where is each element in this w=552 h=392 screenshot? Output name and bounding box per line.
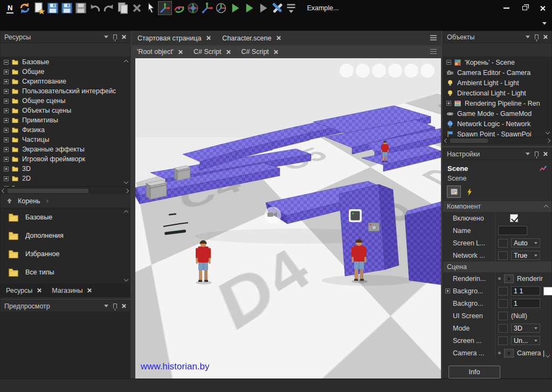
- expander[interactable]: [4, 186, 9, 187]
- scroll-right-icon[interactable]: [546, 139, 550, 143]
- expander[interactable]: [4, 60, 9, 65]
- sub-tab[interactable]: C# Script: [236, 45, 283, 58]
- close-icon[interactable]: [543, 35, 548, 39]
- list-item[interactable]: Базовые: [1, 208, 130, 226]
- expander[interactable]: [4, 128, 9, 133]
- crate[interactable]: [174, 166, 190, 181]
- list-item[interactable]: Дополнения: [1, 226, 130, 245]
- crate[interactable]: [146, 180, 167, 200]
- section-header[interactable]: Компонент: [443, 201, 551, 212]
- scroll-up-icon[interactable]: [544, 203, 548, 210]
- property-prebox[interactable]: [498, 324, 508, 333]
- close-icon[interactable]: [37, 288, 41, 293]
- toolbar-icon[interactable]: [94, 44, 106, 56]
- tree-row[interactable]: Скриптование: [1, 77, 130, 86]
- tree-row[interactable]: [1, 183, 130, 187]
- toolbar-icon[interactable]: [81, 44, 93, 56]
- reference-expand-button[interactable]: [504, 274, 514, 283]
- toolbar-icon[interactable]: [510, 44, 522, 56]
- property-prebox[interactable]: [498, 251, 508, 260]
- viewport-overlay-button[interactable]: [372, 64, 386, 78]
- close-icon[interactable]: [122, 35, 126, 39]
- property-prebox[interactable]: [498, 239, 508, 247]
- up-icon[interactable]: [6, 197, 13, 204]
- close-icon[interactable]: [122, 304, 126, 308]
- checkbox[interactable]: [510, 214, 518, 222]
- toolbar-icon[interactable]: [215, 2, 227, 15]
- breadcrumb[interactable]: Корень: [1, 194, 130, 208]
- scroll-down-icon[interactable]: [546, 130, 549, 134]
- expander[interactable]: [445, 288, 450, 293]
- property-prebox[interactable]: [498, 287, 508, 295]
- close-icon[interactable]: [274, 50, 278, 54]
- value-field[interactable]: 1 1: [511, 286, 540, 295]
- list-item[interactable]: Все типы: [1, 263, 130, 281]
- toolbar-icon[interactable]: [459, 44, 471, 56]
- toolbar-icon[interactable]: [498, 44, 509, 56]
- minimize-button[interactable]: [497, 0, 515, 16]
- tree-row[interactable]: Примитивы: [1, 115, 130, 125]
- document-tab[interactable]: Character.scene: [216, 31, 286, 45]
- pin-icon[interactable]: [535, 35, 539, 39]
- scroll-up-icon[interactable]: [125, 60, 128, 64]
- toolbar-icon[interactable]: [116, 2, 129, 15]
- viewport-overlay-button[interactable]: [420, 64, 434, 78]
- toolbar-icon[interactable]: [3, 44, 15, 56]
- scroll-right-icon[interactable]: [125, 188, 129, 192]
- toolbar-icon[interactable]: [536, 44, 548, 56]
- close-icon[interactable]: [226, 50, 230, 54]
- tree-row[interactable]: Объекты сцены: [1, 106, 130, 115]
- sub-tab[interactable]: 'Root object': [132, 45, 188, 58]
- toolbar-icon[interactable]: [523, 44, 535, 56]
- properties-tab-icon[interactable]: [447, 186, 460, 197]
- events-tab-icon[interactable]: [463, 186, 476, 197]
- sub-tab[interactable]: C# Script: [188, 45, 236, 58]
- tree-row[interactable]: Общее сцены: [1, 96, 130, 106]
- expander[interactable]: [4, 89, 9, 94]
- toolbar-icon[interactable]: [107, 44, 119, 56]
- pin-icon[interactable]: [113, 35, 117, 39]
- tree-row[interactable]: 2D: [1, 174, 130, 183]
- camera-gizmo-icon[interactable]: [265, 207, 281, 224]
- scroll-down-icon[interactable]: [125, 180, 128, 183]
- tree-row[interactable]: Directional Light - Light: [443, 88, 551, 98]
- tab[interactable]: Магазины: [46, 284, 96, 297]
- close-icon[interactable]: [178, 50, 183, 54]
- expander[interactable]: [446, 60, 451, 65]
- scrollbar-thumb[interactable]: [8, 189, 88, 193]
- dropdown[interactable]: True: [511, 251, 540, 260]
- toolbar-icon[interactable]: [16, 44, 28, 56]
- expander[interactable]: [4, 137, 9, 142]
- type-settings-icon[interactable]: [539, 164, 547, 173]
- toolbar-icon[interactable]: [472, 44, 484, 56]
- toolbar-icon[interactable]: [201, 2, 213, 15]
- value-field[interactable]: [498, 226, 527, 235]
- character[interactable]: [196, 240, 212, 285]
- toolbar-icon[interactable]: [187, 2, 199, 15]
- close-icon[interactable]: [543, 152, 548, 156]
- toolbar-icon[interactable]: [102, 2, 115, 15]
- pin-icon[interactable]: [535, 152, 539, 156]
- scroll-down-icon[interactable]: [546, 351, 549, 359]
- value-field[interactable]: 1: [511, 299, 540, 308]
- purple-structure[interactable]: [135, 106, 441, 285]
- tree-row[interactable]: Пользовательский интерфейс: [1, 86, 130, 96]
- close-icon[interactable]: [87, 288, 92, 293]
- toolbar-icon[interactable]: [29, 44, 41, 56]
- expander[interactable]: [4, 157, 9, 162]
- dropdown[interactable]: 3D: [511, 324, 540, 333]
- viewport-overlay-button[interactable]: [404, 64, 418, 78]
- toolbar-icon[interactable]: [446, 44, 458, 56]
- panel-menu-icon[interactable]: [104, 36, 108, 38]
- scrollbar-thumb[interactable]: [450, 139, 488, 143]
- toolbar-icon[interactable]: [130, 2, 143, 15]
- scroll-left-icon[interactable]: [444, 139, 448, 143]
- tree-row[interactable]: Game Mode - GameMod: [443, 108, 551, 119]
- toolbar-icon[interactable]: [74, 2, 87, 15]
- toolbar-icon[interactable]: [285, 2, 298, 15]
- info-button[interactable]: Info: [448, 366, 500, 379]
- close-button[interactable]: [534, 0, 552, 16]
- tab-overflow-icon[interactable]: [430, 49, 437, 50]
- tree-row[interactable]: 'Корень' - Scene: [443, 57, 551, 67]
- tree-row[interactable]: Network Logic - Network: [443, 119, 551, 129]
